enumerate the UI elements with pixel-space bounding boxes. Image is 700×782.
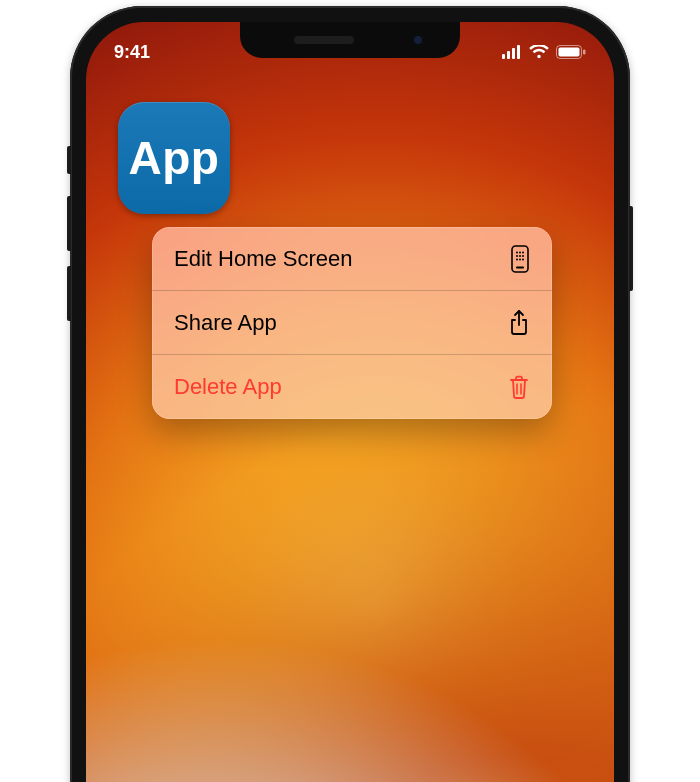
svg-rect-0: [502, 54, 505, 59]
notch: [240, 22, 460, 58]
earpiece-speaker: [294, 36, 354, 44]
menu-item-edit-home-screen[interactable]: Edit Home Screen: [152, 227, 552, 291]
svg-point-13: [522, 255, 524, 257]
svg-point-15: [519, 258, 521, 260]
share-icon: [508, 309, 530, 337]
svg-point-12: [519, 255, 521, 257]
svg-rect-3: [517, 45, 520, 59]
svg-point-8: [516, 251, 518, 253]
context-menu: Edit Home Screen: [152, 227, 552, 419]
svg-point-9: [519, 251, 521, 253]
mute-switch: [67, 146, 71, 174]
volume-down-button: [67, 266, 71, 321]
svg-point-10: [522, 251, 524, 253]
svg-point-11: [516, 255, 518, 257]
menu-item-delete-app[interactable]: Delete App: [152, 355, 552, 419]
status-time: 9:41: [114, 42, 184, 63]
svg-rect-17: [516, 266, 524, 268]
home-grid-icon: [510, 245, 530, 273]
svg-rect-5: [559, 48, 580, 57]
menu-item-label: Delete App: [174, 374, 282, 400]
svg-rect-2: [512, 48, 515, 59]
battery-icon: [556, 45, 586, 59]
svg-point-14: [516, 258, 518, 260]
volume-up-button: [67, 196, 71, 251]
menu-item-share-app[interactable]: Share App: [152, 291, 552, 355]
menu-item-label: Edit Home Screen: [174, 246, 353, 272]
app-icon[interactable]: App: [118, 102, 230, 214]
side-button: [629, 206, 633, 291]
cellular-signal-icon: [502, 45, 522, 59]
phone-frame: 9:41: [70, 6, 630, 782]
trash-icon: [508, 374, 530, 400]
front-camera: [412, 34, 424, 46]
screen: 9:41: [86, 22, 614, 782]
status-indicators: [502, 45, 586, 59]
app-icon-label: App: [129, 131, 220, 185]
svg-point-16: [522, 258, 524, 260]
menu-item-label: Share App: [174, 310, 277, 336]
wifi-icon: [529, 45, 549, 59]
svg-rect-1: [507, 51, 510, 59]
svg-rect-6: [583, 50, 586, 55]
